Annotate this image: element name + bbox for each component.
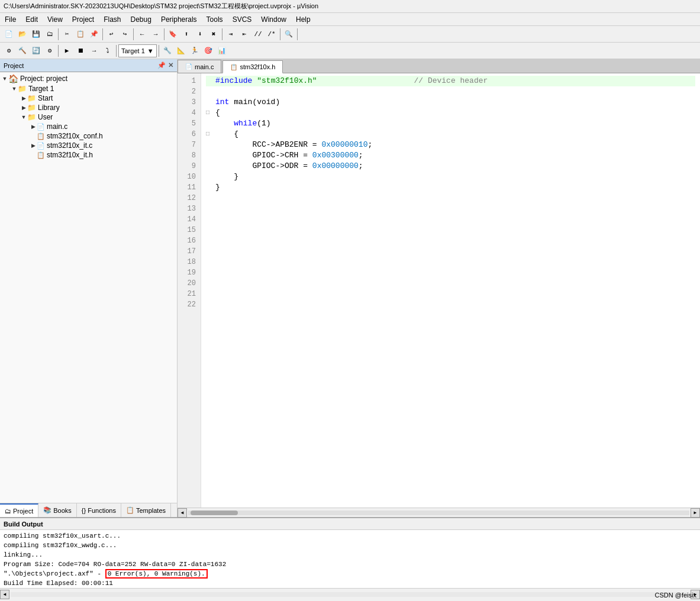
btn-extra1[interactable]: 🔧 — [161, 44, 174, 57]
uncomment-btn[interactable]: /* — [265, 28, 278, 41]
hscroll-track[interactable] — [188, 510, 689, 515]
pin-icon[interactable]: 📌 — [157, 62, 166, 69]
rebuild-btn[interactable]: 🔄 — [30, 44, 43, 57]
root-expander[interactable]: ▼ — [1, 75, 8, 82]
sep8 — [58, 45, 59, 57]
open-btn[interactable]: 📂 — [16, 28, 29, 41]
code-line-12 — [206, 193, 695, 203]
tree-target[interactable]: ▼ 📁 Target 1 — [1, 84, 176, 93]
lib-expander[interactable]: ▶ — [20, 104, 27, 111]
cut-btn[interactable]: ✂ — [60, 28, 73, 41]
code-crh: GPIOC->CRH = 0x00300000; — [215, 150, 363, 161]
dbg-stop-btn[interactable]: ⏹ — [74, 44, 87, 57]
tree-conf-h[interactable]: 📋 stm32f10x_conf.h — [1, 131, 176, 141]
menu-help[interactable]: Help — [291, 14, 315, 25]
next-bookmark-btn[interactable]: ⬇ — [193, 28, 207, 41]
menu-debug[interactable]: Debug — [126, 14, 156, 25]
tab-stm32h[interactable]: 📋 stm32f10x.h — [222, 60, 283, 73]
menu-edit[interactable]: Edit — [21, 14, 43, 25]
functions-tab-label: Functions — [88, 507, 116, 514]
itc-expander[interactable]: ▶ — [30, 142, 37, 149]
editor-hscroll[interactable]: ◀ ▶ — [178, 508, 700, 517]
build-line-1: compiling stm32f10x_usart.c... — [4, 531, 696, 541]
build-hscroll-track[interactable] — [11, 592, 689, 597]
hscroll-right[interactable]: ▶ — [691, 508, 700, 518]
start-expander[interactable]: ▶ — [20, 95, 27, 102]
build-btn[interactable]: 🔨 — [16, 44, 29, 57]
tree-start[interactable]: ▶ 📁 Start — [1, 93, 176, 103]
prev-bookmark-btn[interactable]: ⬆ — [180, 28, 193, 41]
hscroll-left[interactable]: ◀ — [178, 508, 187, 518]
compile-btn[interactable]: ⚙ — [2, 44, 15, 57]
menu-window[interactable]: Window — [256, 14, 291, 25]
nav-fwd-btn[interactable]: → — [149, 28, 162, 41]
btn-extra4[interactable]: 🎯 — [202, 44, 215, 57]
menu-view[interactable]: View — [43, 14, 67, 25]
code-include: #include "stm32f10x.h" // Device header — [215, 76, 488, 86]
sep10 — [159, 45, 159, 57]
bookmark-btn[interactable]: 🔖 — [166, 28, 179, 41]
redo-btn[interactable]: ↪ — [118, 28, 131, 41]
indent-btn[interactable]: ⇥ — [224, 28, 237, 41]
status-text: CSDN @feisix — [655, 592, 696, 599]
btn-extra2[interactable]: 📐 — [175, 44, 188, 57]
menu-tools[interactable]: Tools — [202, 14, 228, 25]
code-line-9: GPIOC->ODR = 0x00000000; — [206, 161, 695, 172]
tree-it-h[interactable]: 📋 stm32f10x_it.h — [1, 150, 176, 160]
close-panel-icon[interactable]: ✕ — [168, 62, 173, 69]
code-line-7: RCC->APB2ENR = 0x00000010; — [206, 140, 695, 150]
title-text: C:\Users\Administrator.SKY-20230213UQH\D… — [4, 2, 318, 11]
tab-books[interactable]: 📚 Books — [38, 503, 77, 517]
build-output-content: compiling stm32f10x_usart.c... compiling… — [0, 530, 700, 589]
menu-svcs[interactable]: SVCS — [228, 14, 257, 25]
copy-btn[interactable]: 📋 — [74, 28, 87, 41]
target-folder-icon: 📁 — [18, 85, 27, 93]
nav-back-btn[interactable]: ← — [136, 28, 149, 41]
tab-templates[interactable]: 📋 Templates — [121, 503, 171, 517]
hscroll-thumb[interactable] — [191, 510, 238, 515]
save-btn[interactable]: 💾 — [30, 28, 43, 41]
new-file-btn[interactable]: 📄 — [2, 28, 15, 41]
settings-btn[interactable]: ⚙ — [43, 44, 56, 57]
fold-4[interactable]: □ — [206, 108, 215, 118]
tree-library[interactable]: ▶ 📁 Library — [1, 103, 176, 112]
menu-peripherals[interactable]: Peripherals — [156, 14, 202, 25]
fold-6[interactable]: □ — [206, 129, 215, 140]
target-expander[interactable]: ▼ — [11, 85, 18, 92]
btn-extra3[interactable]: 🏃 — [188, 44, 201, 57]
tab-main-c[interactable]: 📄 main.c — [178, 60, 221, 73]
comment-btn[interactable]: // — [251, 28, 264, 41]
tree-root[interactable]: ▼ 🏠 Project: project — [1, 73, 176, 84]
dropdown-arrow[interactable]: ▼ — [147, 47, 154, 54]
tab-mainc-label: main.c — [195, 63, 214, 70]
project-tab-icon: 🗂 — [5, 508, 11, 515]
btn-extra5[interactable]: 📊 — [215, 44, 228, 57]
unindent-btn[interactable]: ⇤ — [238, 28, 251, 41]
build-hscroll-left[interactable]: ◀ — [0, 590, 9, 599]
dbg-over-btn[interactable]: ⤵ — [101, 44, 114, 57]
clear-bookmarks-btn[interactable]: ✖ — [207, 28, 220, 41]
fold-11 — [206, 182, 215, 193]
dbg-start-btn[interactable]: ▶ — [60, 44, 73, 57]
target-dropdown[interactable]: Target 1 ▼ — [118, 44, 157, 57]
menu-flash[interactable]: Flash — [99, 14, 125, 25]
save-all-btn[interactable]: 🗂 — [43, 28, 56, 41]
mainc-expander[interactable]: ▶ — [30, 123, 37, 130]
find-btn[interactable]: 🔍 — [282, 28, 295, 41]
menu-file[interactable]: File — [0, 14, 21, 25]
tab-project[interactable]: 🗂 Project — [0, 503, 38, 517]
undo-btn[interactable]: ↩ — [105, 28, 118, 41]
dbg-step-btn[interactable]: → — [88, 44, 101, 57]
paste-btn[interactable]: 📌 — [88, 28, 101, 41]
tab-functions[interactable]: {} Functions — [77, 503, 121, 517]
code-area[interactable]: #include "stm32f10x.h" // Device header … — [201, 73, 700, 508]
menu-project[interactable]: Project — [67, 14, 99, 25]
target-label: Target 1 — [121, 47, 145, 54]
tree-it-c[interactable]: ▶ 📄 stm32f10x_it.c — [1, 141, 176, 150]
tree-main-c[interactable]: ▶ 📄 main.c — [1, 122, 176, 131]
tree-user[interactable]: ▼ 📁 User — [1, 112, 176, 122]
confh-label: stm32f10x_conf.h — [47, 132, 103, 140]
user-expander[interactable]: ▼ — [20, 114, 27, 121]
code-editor[interactable]: 12345 678910 1112131415 1617181920 2122 … — [178, 73, 700, 508]
fold-7 — [206, 140, 215, 150]
